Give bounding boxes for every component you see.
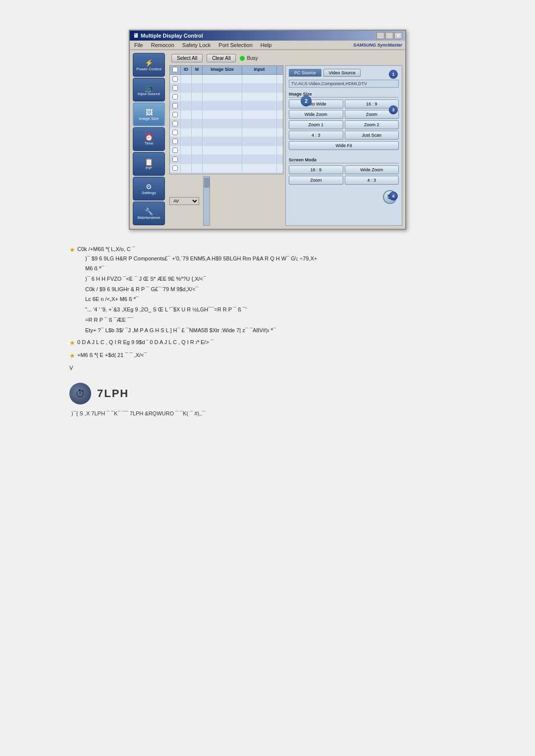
- time-icon-sidebar: ⏰: [145, 133, 153, 141]
- desc-line-1: )¯ $9 6 9LG H&R P Components£¯ +'0,´79 E…: [77, 254, 317, 263]
- menu-bar: File Remocon Safety Lock Port Selection …: [130, 41, 405, 50]
- sidebar-item-image-size[interactable]: 🖼 Image Size: [133, 102, 165, 126]
- settings-icon: ⚙: [146, 183, 152, 191]
- window-title: Multiple Display Control: [141, 33, 203, 39]
- sidebar-item-time[interactable]: ⏰ Time: [133, 127, 165, 151]
- video-source-tab[interactable]: Video Source: [323, 69, 361, 77]
- col-header-m: M: [192, 66, 203, 74]
- menu-port-selection[interactable]: Port Selection: [217, 42, 254, 49]
- desc-line-5: Lc 6E n /<,X+ M6 ß ª¯: [77, 295, 317, 304]
- row-checkbox[interactable]: [172, 85, 178, 91]
- table-row: [170, 164, 283, 173]
- row-checkbox[interactable]: [172, 165, 178, 171]
- select-all-button[interactable]: Select All: [171, 54, 203, 62]
- title-bar: 🖥 Multiple Display Control _ □ ✕: [130, 31, 405, 41]
- row-id: [181, 93, 192, 101]
- sidebar-label-pip: PIP: [146, 166, 152, 170]
- row-id: [181, 173, 192, 174]
- desc-line-7: =R R P ¯ ß ¯ÆE ¯¯: [77, 315, 317, 325]
- row-input: [242, 137, 277, 146]
- desc-line-6: "... '4 ' '9, +´&3 ,XEg 9 ,2O_ S Œ L '¯$…: [77, 305, 317, 314]
- sidebar: ⚡ Power Control 📺 Input Source 🖼 Image S…: [133, 53, 167, 226]
- btn-sm-zoom[interactable]: Zoom: [289, 176, 343, 185]
- close-button[interactable]: ✕: [394, 32, 402, 39]
- row-imagesize: [203, 101, 242, 110]
- row-input: [242, 101, 277, 110]
- row-m: [192, 146, 203, 154]
- row-id: [181, 101, 192, 110]
- btn-just-scan[interactable]: Just Scan: [345, 131, 399, 140]
- sidebar-item-settings[interactable]: ⚙ Settings: [133, 177, 165, 201]
- btn-zoom1[interactable]: Zoom 1: [289, 120, 343, 129]
- time-header: ⏱ 7LPH: [69, 383, 466, 404]
- window-icon: 🖥: [133, 32, 139, 39]
- row-input: [242, 75, 277, 83]
- col-header-id: ID: [181, 66, 192, 74]
- row-imagesize: [203, 110, 242, 119]
- btn-sm-4-3[interactable]: 4 : 3: [345, 176, 399, 185]
- menu-help[interactable]: Help: [259, 42, 273, 49]
- screen-mode-section: Screen Mode 16 : 9 Wide Zoom Zoom 4 : 3: [289, 157, 399, 186]
- btn-sm-16-9[interactable]: 16 : 9: [289, 165, 343, 174]
- row-checkbox[interactable]: [172, 130, 178, 135]
- image-size-icon: 🖼: [146, 108, 153, 116]
- sidebar-item-power-control[interactable]: ⚡ Power Control: [133, 53, 165, 77]
- clear-all-button[interactable]: Clear All: [207, 54, 236, 62]
- row-checkbox[interactable]: [172, 112, 178, 117]
- row-id: [181, 75, 192, 83]
- row-id: [181, 155, 192, 163]
- select-all-checkbox[interactable]: [172, 67, 178, 72]
- table-container: ID M Image Size Input: [169, 65, 283, 226]
- btn-zoom2[interactable]: Zoom 2: [345, 120, 399, 129]
- row-checkbox[interactable]: [172, 76, 178, 82]
- row-m: [192, 84, 203, 92]
- menu-file[interactable]: File: [133, 42, 145, 49]
- row-m: [192, 155, 203, 163]
- row-m: [192, 119, 203, 128]
- menu-safety-lock[interactable]: Safety Lock: [181, 42, 212, 49]
- minimize-button[interactable]: _: [376, 32, 384, 39]
- star-icon-3: ★: [69, 351, 75, 361]
- menu-remocon[interactable]: Remocon: [150, 42, 176, 49]
- sidebar-item-maintenance[interactable]: 🔧 Maintenance: [133, 202, 165, 225]
- row-imagesize: [203, 173, 242, 174]
- btn-4-3[interactable]: 4 : 3: [289, 131, 343, 140]
- badge-1: 1: [389, 70, 398, 79]
- scroll-thumb: [204, 178, 210, 188]
- row-checkbox[interactable]: [172, 121, 178, 126]
- row-m: [192, 137, 203, 146]
- sidebar-item-input-source[interactable]: 📺 Input Source: [133, 78, 165, 101]
- main-window: 🖥 Multiple Display Control _ □ ✕ File Re…: [129, 30, 406, 230]
- btn-wide-fit[interactable]: Wide Fit: [289, 141, 399, 150]
- row-m: [192, 173, 203, 174]
- power-icon: ⚡: [145, 59, 153, 67]
- screen-mode-label: Screen Mode: [289, 157, 399, 163]
- refresh-area: ↻: [289, 188, 399, 206]
- row-checkbox[interactable]: [172, 139, 178, 144]
- input-dropdown[interactable]: AV: [169, 197, 199, 205]
- table-body: [170, 75, 283, 174]
- row-checkbox[interactable]: [172, 148, 178, 153]
- maximize-button[interactable]: □: [385, 32, 393, 39]
- scrollbar[interactable]: [203, 176, 210, 226]
- row-checkbox[interactable]: [172, 103, 178, 108]
- source-tabs: PC Source Video Source: [289, 69, 399, 77]
- star-icon-2: ★: [69, 338, 75, 349]
- btn-wide-zoom[interactable]: Wide Zoom: [289, 110, 343, 119]
- image-size-buttons: Auto Wide 16 : 9 Wide Zoom Zoom Zoom 1 Z…: [289, 100, 399, 150]
- row-imagesize: [203, 84, 242, 92]
- row-input: [242, 128, 277, 137]
- btn-auto-wide[interactable]: Auto Wide: [289, 100, 343, 108]
- desc-line-0: C0k /+M6ß ª{ L,X/o, C ¯: [77, 245, 317, 254]
- row-checkbox[interactable]: [172, 156, 178, 162]
- table-row: [170, 75, 283, 84]
- main-star-item: ★ C0k /+M6ß ª{ L,X/o, C ¯ )¯ $9 6 9LG H&…: [69, 245, 466, 336]
- time-section: ⏱ 7LPH )¯{ S ,X 7LPH ¯ ¯K¯ ¯¯ 7LPH &RQWU…: [69, 383, 466, 418]
- time-section-title: 7LPH: [97, 387, 129, 400]
- toolbar: Select All Clear All Busy: [169, 53, 402, 63]
- row-checkbox[interactable]: [172, 94, 178, 100]
- sidebar-item-pip[interactable]: 📋 PIP: [133, 152, 165, 176]
- pc-source-tab[interactable]: PC Source: [289, 69, 321, 77]
- btn-sm-wide-zoom[interactable]: Wide Zoom: [345, 165, 399, 174]
- row-imagesize: [203, 164, 242, 172]
